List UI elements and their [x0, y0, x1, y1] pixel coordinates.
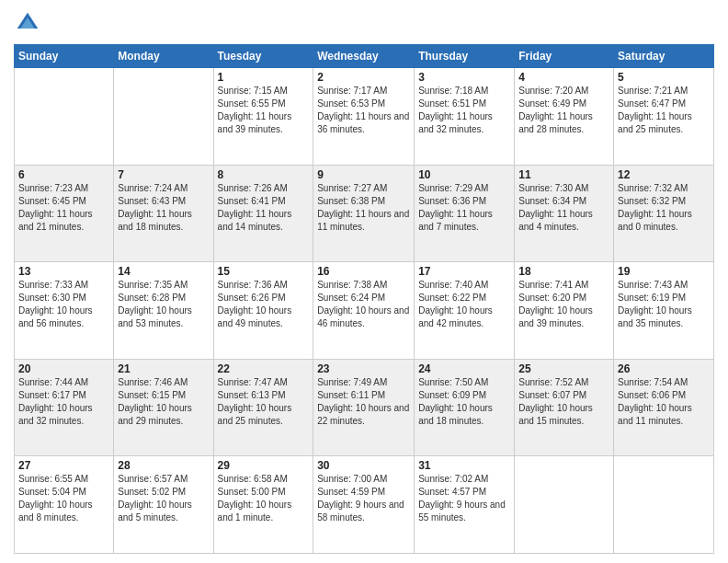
day-info: Sunrise: 7:52 AM Sunset: 6:07 PM Dayligh…	[518, 376, 609, 428]
header-wednesday: Wednesday	[313, 45, 415, 68]
day-info: Sunrise: 7:30 AM Sunset: 6:34 PM Dayligh…	[518, 182, 609, 234]
day-info: Sunrise: 7:26 AM Sunset: 6:41 PM Dayligh…	[218, 182, 310, 234]
calendar-cell: 21Sunrise: 7:46 AM Sunset: 6:15 PM Dayli…	[114, 359, 213, 456]
day-info: Sunrise: 7:20 AM Sunset: 6:49 PM Dayligh…	[518, 85, 609, 136]
day-number: 7	[118, 168, 209, 181]
day-info: Sunrise: 6:58 AM Sunset: 5:00 PM Dayligh…	[218, 473, 310, 524]
calendar-cell: 15Sunrise: 7:36 AM Sunset: 6:26 PM Dayli…	[213, 262, 313, 360]
logo	[14, 9, 45, 37]
header	[14, 9, 714, 37]
header-friday: Friday	[515, 45, 614, 68]
day-number: 4	[518, 71, 609, 84]
day-info: Sunrise: 7:27 AM Sunset: 6:38 PM Dayligh…	[317, 182, 410, 234]
calendar-cell: 16Sunrise: 7:38 AM Sunset: 6:24 PM Dayli…	[313, 262, 415, 360]
calendar-header-row: Sunday Monday Tuesday Wednesday Thursday…	[15, 45, 714, 68]
day-info: Sunrise: 7:32 AM Sunset: 6:32 PM Dayligh…	[618, 182, 710, 234]
calendar-cell: 13Sunrise: 7:33 AM Sunset: 6:30 PM Dayli…	[15, 262, 114, 360]
calendar-cell: 27Sunrise: 6:55 AM Sunset: 5:04 PM Dayli…	[15, 456, 114, 554]
day-info: Sunrise: 7:35 AM Sunset: 6:28 PM Dayligh…	[118, 279, 209, 330]
day-number: 2	[317, 71, 410, 84]
day-number: 16	[317, 265, 410, 278]
day-number: 6	[18, 168, 109, 181]
day-info: Sunrise: 7:24 AM Sunset: 6:43 PM Dayligh…	[118, 182, 209, 234]
day-number: 25	[518, 362, 609, 375]
calendar-cell	[614, 456, 714, 554]
calendar-cell: 4Sunrise: 7:20 AM Sunset: 6:49 PM Daylig…	[515, 68, 614, 166]
calendar-cell: 24Sunrise: 7:50 AM Sunset: 6:09 PM Dayli…	[415, 359, 515, 456]
day-info: Sunrise: 7:41 AM Sunset: 6:20 PM Dayligh…	[518, 279, 609, 330]
day-info: Sunrise: 7:43 AM Sunset: 6:19 PM Dayligh…	[618, 279, 710, 330]
page: Sunday Monday Tuesday Wednesday Thursday…	[0, 0, 728, 563]
day-number: 13	[18, 265, 109, 278]
calendar-cell: 9Sunrise: 7:27 AM Sunset: 6:38 PM Daylig…	[313, 165, 415, 262]
day-number: 3	[418, 71, 510, 84]
calendar-cell: 3Sunrise: 7:18 AM Sunset: 6:51 PM Daylig…	[415, 68, 515, 166]
day-info: Sunrise: 7:00 AM Sunset: 4:59 PM Dayligh…	[317, 473, 410, 524]
calendar-cell: 28Sunrise: 6:57 AM Sunset: 5:02 PM Dayli…	[114, 456, 213, 554]
calendar-cell: 26Sunrise: 7:54 AM Sunset: 6:06 PM Dayli…	[614, 359, 714, 456]
header-tuesday: Tuesday	[213, 45, 313, 68]
day-number: 17	[418, 265, 510, 278]
day-number: 14	[118, 265, 209, 278]
calendar-cell	[114, 68, 213, 166]
calendar-cell	[515, 456, 614, 554]
day-info: Sunrise: 6:57 AM Sunset: 5:02 PM Dayligh…	[118, 473, 209, 524]
calendar: Sunday Monday Tuesday Wednesday Thursday…	[14, 44, 714, 554]
day-number: 29	[218, 459, 310, 472]
calendar-cell	[15, 68, 114, 166]
calendar-cell: 12Sunrise: 7:32 AM Sunset: 6:32 PM Dayli…	[614, 165, 714, 262]
day-number: 15	[218, 265, 310, 278]
day-info: Sunrise: 7:29 AM Sunset: 6:36 PM Dayligh…	[418, 182, 510, 234]
calendar-cell: 18Sunrise: 7:41 AM Sunset: 6:20 PM Dayli…	[515, 262, 614, 360]
day-info: Sunrise: 7:02 AM Sunset: 4:57 PM Dayligh…	[418, 473, 510, 524]
day-number: 19	[618, 265, 710, 278]
day-info: Sunrise: 7:40 AM Sunset: 6:22 PM Dayligh…	[418, 279, 510, 330]
day-number: 8	[218, 168, 310, 181]
day-info: Sunrise: 7:15 AM Sunset: 6:55 PM Dayligh…	[218, 85, 310, 136]
header-saturday: Saturday	[614, 45, 714, 68]
day-number: 10	[418, 168, 510, 181]
calendar-cell: 14Sunrise: 7:35 AM Sunset: 6:28 PM Dayli…	[114, 262, 213, 360]
calendar-cell: 8Sunrise: 7:26 AM Sunset: 6:41 PM Daylig…	[213, 165, 313, 262]
day-number: 27	[18, 459, 109, 472]
day-info: Sunrise: 7:47 AM Sunset: 6:13 PM Dayligh…	[218, 376, 310, 428]
calendar-cell: 1Sunrise: 7:15 AM Sunset: 6:55 PM Daylig…	[213, 68, 313, 166]
day-number: 31	[418, 459, 510, 472]
calendar-cell: 22Sunrise: 7:47 AM Sunset: 6:13 PM Dayli…	[213, 359, 313, 456]
calendar-cell: 17Sunrise: 7:40 AM Sunset: 6:22 PM Dayli…	[415, 262, 515, 360]
day-info: Sunrise: 7:36 AM Sunset: 6:26 PM Dayligh…	[218, 279, 310, 330]
day-info: Sunrise: 7:50 AM Sunset: 6:09 PM Dayligh…	[418, 376, 510, 428]
day-info: Sunrise: 7:44 AM Sunset: 6:17 PM Dayligh…	[18, 376, 109, 428]
calendar-cell: 6Sunrise: 7:23 AM Sunset: 6:45 PM Daylig…	[15, 165, 114, 262]
calendar-cell: 20Sunrise: 7:44 AM Sunset: 6:17 PM Dayli…	[15, 359, 114, 456]
day-number: 26	[618, 362, 710, 375]
calendar-cell: 25Sunrise: 7:52 AM Sunset: 6:07 PM Dayli…	[515, 359, 614, 456]
day-number: 24	[418, 362, 510, 375]
calendar-cell: 7Sunrise: 7:24 AM Sunset: 6:43 PM Daylig…	[114, 165, 213, 262]
day-number: 21	[118, 362, 209, 375]
day-info: Sunrise: 7:18 AM Sunset: 6:51 PM Dayligh…	[418, 85, 510, 136]
calendar-cell: 2Sunrise: 7:17 AM Sunset: 6:53 PM Daylig…	[313, 68, 415, 166]
calendar-cell: 19Sunrise: 7:43 AM Sunset: 6:19 PM Dayli…	[614, 262, 714, 360]
day-info: Sunrise: 7:49 AM Sunset: 6:11 PM Dayligh…	[317, 376, 410, 428]
calendar-week-row: 13Sunrise: 7:33 AM Sunset: 6:30 PM Dayli…	[15, 262, 714, 360]
calendar-week-row: 20Sunrise: 7:44 AM Sunset: 6:17 PM Dayli…	[15, 359, 714, 456]
day-number: 22	[218, 362, 310, 375]
calendar-cell: 30Sunrise: 7:00 AM Sunset: 4:59 PM Dayli…	[313, 456, 415, 554]
calendar-cell: 31Sunrise: 7:02 AM Sunset: 4:57 PM Dayli…	[415, 456, 515, 554]
day-number: 11	[518, 168, 609, 181]
calendar-week-row: 27Sunrise: 6:55 AM Sunset: 5:04 PM Dayli…	[15, 456, 714, 554]
day-number: 20	[18, 362, 109, 375]
day-number: 28	[118, 459, 209, 472]
day-number: 9	[317, 168, 410, 181]
calendar-cell: 29Sunrise: 6:58 AM Sunset: 5:00 PM Dayli…	[213, 456, 313, 554]
day-info: Sunrise: 7:23 AM Sunset: 6:45 PM Dayligh…	[18, 182, 109, 234]
day-number: 12	[618, 168, 710, 181]
calendar-cell: 23Sunrise: 7:49 AM Sunset: 6:11 PM Dayli…	[313, 359, 415, 456]
day-info: Sunrise: 7:38 AM Sunset: 6:24 PM Dayligh…	[317, 279, 410, 330]
header-monday: Monday	[114, 45, 213, 68]
calendar-cell: 10Sunrise: 7:29 AM Sunset: 6:36 PM Dayli…	[415, 165, 515, 262]
day-info: Sunrise: 7:17 AM Sunset: 6:53 PM Dayligh…	[317, 85, 410, 136]
day-number: 23	[317, 362, 410, 375]
calendar-week-row: 1Sunrise: 7:15 AM Sunset: 6:55 PM Daylig…	[15, 68, 714, 166]
